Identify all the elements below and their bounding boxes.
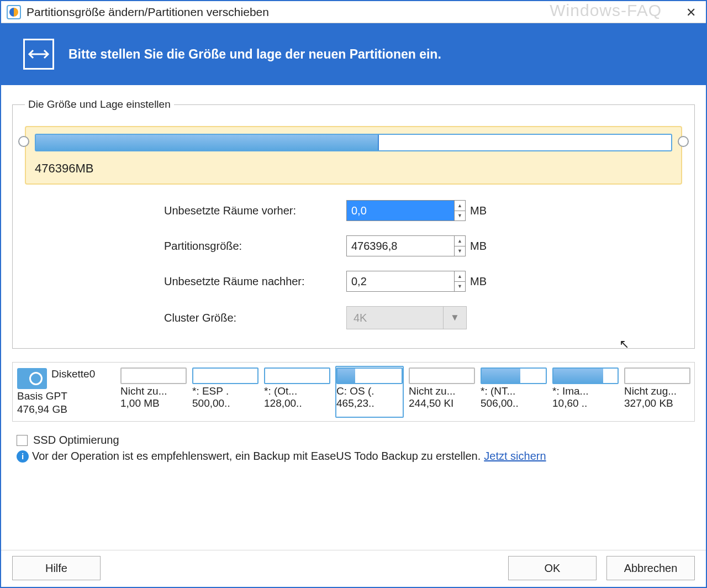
partition-bar xyxy=(409,368,475,384)
partition-bar xyxy=(552,368,619,384)
space-before-unit: MB xyxy=(470,204,487,217)
partition-size: 244,50 KI xyxy=(409,397,475,410)
cluster-size-value: 4K xyxy=(347,312,443,324)
disk-type: Basis GPT xyxy=(17,390,113,402)
fieldset-legend: Die Größe und Lage einstellen xyxy=(25,98,174,111)
cancel-button[interactable]: Abbrechen xyxy=(606,556,695,580)
partition-size-spinner[interactable]: ▲▼ xyxy=(454,236,465,256)
partition-bar xyxy=(264,368,330,384)
close-icon[interactable]: ✕ xyxy=(686,6,696,20)
space-after-spinner[interactable]: ▲▼ xyxy=(454,271,465,291)
space-before-spinner[interactable]: ▲▼ xyxy=(454,201,465,221)
disk-map: Diskette0 Basis GPT 476,94 GB Nicht zu..… xyxy=(12,362,695,422)
instruction-text: Bitte stellen Sie die Größe und lage der… xyxy=(68,47,441,62)
resize-icon xyxy=(23,39,54,70)
partition-label: C: OS (. xyxy=(336,385,403,397)
checkbox-box[interactable] xyxy=(17,435,28,446)
slider-fill xyxy=(36,135,379,150)
ssd-optimization-label: SSD Optimierung xyxy=(33,434,119,447)
partition-bar xyxy=(336,368,403,384)
dialog-footer: Hilfe OK Abbrechen xyxy=(1,550,706,580)
space-after-unit: MB xyxy=(470,275,487,288)
space-before-label: Unbesetzte Räume vorher: xyxy=(164,204,346,217)
titlebar: Partitionsgröße ändern/Partitionen versc… xyxy=(1,1,706,23)
partition-item[interactable]: *: (NT...506,00.. xyxy=(480,366,547,418)
partition-item[interactable]: *: ESP .500,00.. xyxy=(192,366,259,418)
disk-capacity: 476,94 GB xyxy=(17,403,113,416)
space-before-input[interactable]: 0,0 ▲▼ xyxy=(346,200,466,221)
space-before-value[interactable]: 0,0 xyxy=(347,201,454,221)
partition-bar xyxy=(192,368,258,384)
disk-info: Diskette0 Basis GPT 476,94 GB xyxy=(16,366,115,418)
info-icon: i xyxy=(17,450,29,463)
window-title: Partitionsgröße ändern/Partitionen versc… xyxy=(27,6,269,19)
partition-size: 465,23.. xyxy=(336,397,403,410)
partition-label: Nicht zu... xyxy=(409,385,475,397)
instruction-banner: Bitte stellen Sie die Größe und lage der… xyxy=(1,23,706,85)
partition-size: 128,00.. xyxy=(264,397,330,410)
partition-label: Nicht zug... xyxy=(624,385,690,397)
partition-size-input[interactable]: 476396,8 ▲▼ xyxy=(346,235,466,256)
options-area: SSD Optimierung i Vor der Operation ist … xyxy=(17,434,695,463)
space-after-input[interactable]: 0,2 ▲▼ xyxy=(346,271,466,292)
backup-info-row: i Vor der Operation ist es empfehlenswer… xyxy=(17,450,695,463)
partition-size-label: Partitionsgröße: xyxy=(164,240,346,253)
cluster-size-label: Cluster Größe: xyxy=(164,312,346,324)
partition-slider[interactable]: 476396MB xyxy=(25,126,682,185)
partition-item[interactable]: Nicht zug...327,00 KB xyxy=(624,366,691,418)
partition-label: *: (NT... xyxy=(481,385,547,397)
cursor-icon: ↖ xyxy=(619,337,629,351)
slider-size-label: 476396MB xyxy=(35,161,672,176)
partition-label: Nicht zu... xyxy=(120,385,187,397)
partition-bar xyxy=(120,368,187,384)
help-button[interactable]: Hilfe xyxy=(12,556,101,580)
partition-size-unit: MB xyxy=(470,240,487,253)
partition-size: 1,00 MB xyxy=(120,397,187,410)
partition-item[interactable]: Nicht zu...244,50 KI xyxy=(408,366,476,418)
backup-info-text: Vor der Operation ist es empfehlenswert,… xyxy=(32,450,481,463)
cluster-size-combo: 4K ▼ xyxy=(346,306,467,329)
partition-size-value[interactable]: 476396,8 xyxy=(347,236,454,256)
partition-label: *: (Ot... xyxy=(264,385,330,397)
app-icon xyxy=(7,5,21,19)
partition-size: 506,00.. xyxy=(481,397,547,410)
disk-icon xyxy=(17,368,47,389)
slider-box: 476396MB xyxy=(25,126,682,185)
dialog-body: Die Größe und Lage einstellen 476396MB U… xyxy=(1,85,706,463)
partition-item[interactable]: Nicht zu...1,00 MB xyxy=(120,366,187,418)
dialog-window: Partitionsgröße ändern/Partitionen versc… xyxy=(0,0,707,588)
chevron-down-icon: ▼ xyxy=(443,307,466,329)
partition-item[interactable]: *: (Ot...128,00.. xyxy=(263,366,331,418)
partition-size: 500,00.. xyxy=(192,397,258,410)
partition-list: Nicht zu...1,00 MB*: ESP .500,00..*: (Ot… xyxy=(120,366,691,418)
space-after-label: Unbesetzte Räume nachher: xyxy=(164,275,346,288)
partition-bar xyxy=(481,368,547,384)
disk-name: Diskette0 xyxy=(51,368,95,380)
ok-button[interactable]: OK xyxy=(508,556,597,580)
watermark: Windows-FAQ xyxy=(550,1,662,20)
partition-bar xyxy=(624,368,690,384)
space-after-value[interactable]: 0,2 xyxy=(347,271,454,291)
backup-now-link[interactable]: Jetzt sichern xyxy=(484,450,546,463)
partition-label: *: ESP . xyxy=(192,385,258,397)
partition-item[interactable]: C: OS (.465,23.. xyxy=(335,366,404,418)
slider-track[interactable] xyxy=(35,134,672,151)
partition-size: 327,00 KB xyxy=(624,397,690,410)
slider-handle-left[interactable] xyxy=(18,136,29,147)
size-form: Unbesetzte Räume vorher: 0,0 ▲▼ MB Parti… xyxy=(164,200,682,329)
partition-item[interactable]: *: Ima...10,60 .. xyxy=(552,366,619,418)
partition-size: 10,60 .. xyxy=(552,397,619,410)
partition-label: *: Ima... xyxy=(552,385,619,397)
slider-handle-right[interactable] xyxy=(678,136,689,147)
ssd-optimization-checkbox[interactable]: SSD Optimierung xyxy=(17,434,695,447)
size-location-fieldset: Die Größe und Lage einstellen 476396MB U… xyxy=(12,98,695,349)
